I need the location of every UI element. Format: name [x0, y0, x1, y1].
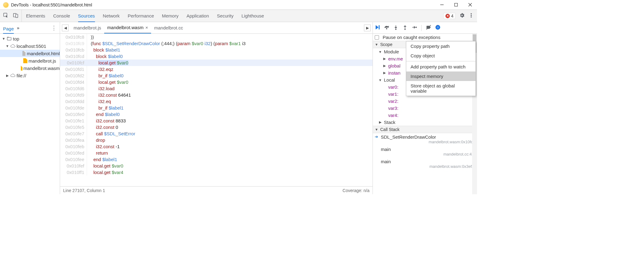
code-line[interactable]: 0x010fde br_if $label1 [60, 105, 373, 111]
inspect-element-icon[interactable] [3, 13, 9, 19]
code-line[interactable]: 0x010fd9 i32.const 64641 [60, 92, 373, 98]
gutter-address: 0x010fc8 [60, 34, 87, 40]
code-line[interactable]: 0x010fcd block $label0 [60, 53, 373, 60]
code-line[interactable]: 0x010feb i32.const -1 [60, 143, 373, 150]
code-line[interactable]: 0x010ff1 local.get $var4 [60, 169, 373, 175]
editor-nav-fwd-icon[interactable]: ▶ [364, 25, 371, 31]
window-minimize-button[interactable] [435, 0, 449, 10]
code-line[interactable]: 0x010fd4 local.get $var0 [60, 79, 373, 85]
context-menu-item[interactable]: Copy object [406, 51, 475, 60]
checkbox[interactable] [375, 35, 379, 40]
gutter-address: 0x010fdd [60, 98, 87, 105]
scope-item[interactable]: var3: [373, 105, 477, 112]
gutter-address: 0x010fd2 [60, 72, 87, 79]
file-tab-label: mandelbrot.js [74, 25, 101, 30]
pause-on-caught-row[interactable]: Pause on caught exceptions [373, 34, 477, 41]
context-menu-item[interactable]: Add property path to watch [406, 62, 475, 71]
code-text: br_if $label1 [87, 105, 123, 111]
callstack-frame[interactable]: mainmandelbrot.wasm:0x3ef2 [373, 158, 477, 170]
gutter-address: 0x010ff1 [60, 169, 87, 175]
window-close-button[interactable] [463, 0, 477, 10]
navigator-tab-page[interactable]: Page [3, 22, 14, 34]
code-line[interactable]: 0x010fe7 call $SDL_SetError [60, 130, 373, 137]
panel-tab-performance[interactable]: Performance [128, 10, 154, 22]
cloud-icon [10, 44, 15, 48]
code-line[interactable]: 0x010fef local.get $var0 [60, 163, 373, 169]
panel-tab-console[interactable]: Console [53, 10, 70, 22]
panel-tab-lighthouse[interactable]: Lighthouse [241, 10, 264, 22]
tree-item[interactable]: ▼top [0, 35, 60, 42]
expand-toggle-icon[interactable]: ▼ [2, 37, 6, 40]
code-line[interactable]: 0x010fe5 i32.const 0 [60, 124, 373, 130]
cursor-position: Line 27107, Column 1 [63, 188, 105, 193]
panel-tab-memory[interactable]: Memory [162, 10, 179, 22]
code-line[interactable]: 0x010fcb block $label1 [60, 47, 373, 53]
navigator-more-tabs-icon[interactable]: » [17, 25, 19, 30]
code-line[interactable]: 0x010fee end $label1 [60, 156, 373, 163]
editor-statusbar: Line 27107, Column 1 Coverage: n/a [60, 186, 373, 194]
code-line[interactable]: 0x010fea drop [60, 137, 373, 143]
code-line[interactable]: 0x010fdd i32.eq [60, 98, 373, 105]
close-tab-icon[interactable]: × [145, 25, 148, 30]
code-line[interactable]: 0x010fe1 i32.const 8833 [60, 118, 373, 124]
tree-item[interactable]: mandelbrot.html [0, 50, 60, 57]
tree-item[interactable]: mandelbrot.wasm [0, 64, 60, 72]
tree-item[interactable]: mandelbrot.js [0, 57, 60, 64]
deactivate-breakpoints-icon[interactable] [426, 25, 431, 31]
svg-rect-11 [379, 25, 380, 29]
navigator-menu-icon[interactable]: ⋮ [51, 25, 57, 31]
tree-item-label: mandelbrot.html [27, 51, 60, 56]
step-icon[interactable] [411, 25, 417, 31]
expand-toggle-icon[interactable]: ▶ [6, 74, 9, 78]
panel-tab-security[interactable]: Security [217, 10, 233, 22]
code-line[interactable]: 0x010fe0 end $label0 [60, 111, 373, 118]
file-tab[interactable]: mandelbrot.js [70, 22, 104, 33]
file-tab[interactable]: mandelbrot.cc [151, 22, 186, 33]
step-out-icon[interactable] [402, 25, 408, 31]
error-count-badge[interactable]: ✕ 4 [443, 13, 456, 19]
expand-toggle-icon[interactable]: ▼ [6, 44, 9, 48]
window-maximize-button[interactable] [449, 0, 463, 10]
device-mode-icon[interactable] [13, 13, 18, 19]
gutter-address: 0x010feb [60, 143, 87, 150]
more-menu-icon[interactable] [468, 13, 474, 19]
step-over-icon[interactable] [384, 25, 389, 31]
panel-tab-sources[interactable]: Sources [78, 10, 95, 22]
file-js-icon [23, 58, 27, 63]
resume-icon[interactable] [375, 25, 380, 31]
code-text: end $label1 [87, 156, 117, 163]
code-line[interactable]: 0x010fed return [60, 150, 373, 156]
window-titlebar: DevTools - localhost:5501/mandelbrot.htm… [0, 0, 477, 10]
panel-tab-network[interactable]: Network [103, 10, 120, 22]
context-menu-item[interactable]: Copy property path [406, 41, 475, 51]
context-menu-item[interactable]: Inspect memory [406, 71, 475, 81]
pause-on-exceptions-icon[interactable] [435, 25, 441, 31]
tree-item[interactable]: ▼localhost:5501 [0, 42, 60, 50]
code-text: i32.load [87, 85, 115, 92]
code-line[interactable]: 0x010fd1 i32.eqz [60, 66, 373, 72]
code-line[interactable]: 0x010fd6 i32.load [60, 85, 373, 92]
callstack-frame[interactable]: SDL_SetRenderDrawColormandelbrot.wasm:0x… [373, 133, 477, 145]
panel-tab-application[interactable]: Application [187, 10, 209, 22]
scope-item[interactable]: var2: [373, 98, 477, 105]
editor-nav-back-icon[interactable]: ◀ [62, 25, 69, 31]
callstack-section[interactable]: ▼Call Stack [373, 126, 477, 133]
code-line[interactable]: 0x010fc8 )) [60, 34, 373, 40]
file-tab[interactable]: mandelbrot.wasm× [104, 22, 151, 33]
tree-item-label: top [13, 36, 19, 41]
code-line[interactable]: 0x010fc9 (func $SDL_SetRenderDrawColor (… [60, 40, 373, 47]
scope-item[interactable]: var4: [373, 112, 477, 119]
scope-stack[interactable]: ▶Stack [373, 119, 477, 126]
step-into-icon[interactable] [393, 25, 399, 31]
code-editor[interactable]: 0x010fc8 ))0x010fc9 (func $SDL_SetRender… [60, 34, 373, 186]
callstack-frame[interactable]: mainmandelbrot.cc:41 [373, 145, 477, 158]
tree-item[interactable]: ▶file:// [0, 72, 60, 79]
context-menu-item[interactable]: Store object as global variable [406, 81, 475, 96]
code-line[interactable]: 0x010fd2 br_if $label0 [60, 72, 373, 79]
file-tab-label: mandelbrot.wasm [107, 25, 143, 30]
svg-point-15 [416, 27, 417, 28]
settings-gear-icon[interactable] [459, 13, 465, 19]
panel-tab-elements[interactable]: Elements [26, 10, 45, 22]
code-line[interactable]: 0x010fcf local.get $var0 [60, 60, 373, 66]
code-text: i32.const -1 [87, 143, 120, 150]
